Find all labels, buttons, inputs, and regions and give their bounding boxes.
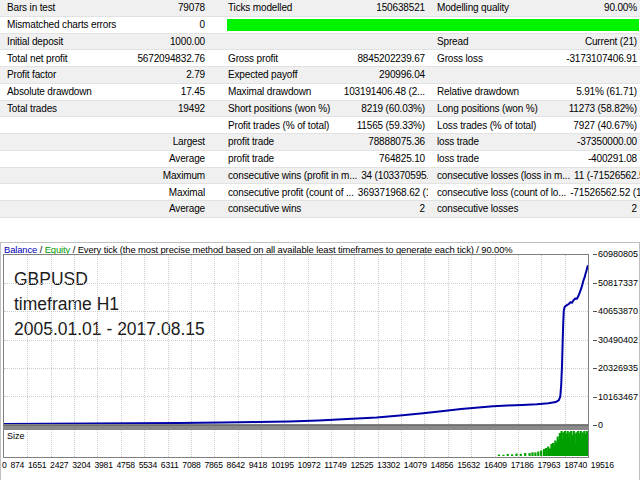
stat-label: Total trades <box>7 103 57 114</box>
plot-area: GBPUSD timeframe H1 2005.01.01 - 2017.08… <box>3 254 589 425</box>
x-axis-label: 8642 <box>227 460 245 470</box>
stat-label: Short positions (won %) <box>228 103 330 114</box>
y-axis-label: 60980805 <box>593 249 638 259</box>
stat-label: Expected payoff <box>228 69 297 80</box>
stat-value: 34 (103370595.30) <box>357 170 428 181</box>
stat-label: Spread <box>437 36 468 47</box>
table-cell: Maximal <box>0 187 210 198</box>
x-axis-label: 10972 <box>298 460 321 470</box>
table-cell: Bars in test79078 <box>0 2 210 13</box>
stat-value: 79078 <box>174 2 205 13</box>
report-table: Bars in test79078Ticks modelled150638521… <box>0 0 640 218</box>
stat-label: Total net profit <box>7 53 67 64</box>
stat-value: 17.45 <box>177 86 205 97</box>
size-histogram <box>4 430 588 456</box>
table-cell: Maximum <box>0 170 210 181</box>
table-cell: Absolute drawdown17.45 <box>0 86 210 97</box>
table-cell: Short positions (won %)8219 (60.03%) <box>210 103 428 114</box>
stat-value: 2 <box>416 203 425 214</box>
stat-value: 2 <box>628 203 637 214</box>
stat-value: 764825.10 <box>375 153 425 164</box>
y-axis-label: 30490402 <box>593 335 638 345</box>
stat-value: 0 <box>196 19 205 30</box>
x-axis-label: 12525 <box>350 460 373 470</box>
x-axis-label: 14856 <box>431 460 454 470</box>
x-axis-label: 5534 <box>139 460 157 470</box>
x-axis-label: 1651 <box>28 460 46 470</box>
table-cell: Average <box>0 153 210 164</box>
stat-value: -400291.08 <box>584 153 637 164</box>
table-cell: Average <box>0 203 210 214</box>
stat-label: Gross loss <box>437 53 483 64</box>
x-axis-label: 15632 <box>457 460 480 470</box>
balance-legend: Balance <box>4 244 37 254</box>
stat-label: Initial deposit <box>7 36 63 47</box>
stat-value: Largest <box>169 136 205 147</box>
stat-label: Long positions (won %) <box>437 103 538 114</box>
table-cell: Largest <box>0 136 210 147</box>
stat-value: -37350000.00 <box>573 136 637 147</box>
table-row: Averageconsecutive wins2consecutive loss… <box>0 201 640 218</box>
stat-label: consecutive profit (count of ... <box>228 187 354 198</box>
stat-value: 19492 <box>174 103 205 114</box>
stat-label: Bars in test <box>7 2 55 13</box>
y-axis-label: 10163467 <box>593 392 638 402</box>
stat-label: consecutive losses <box>437 203 518 214</box>
x-axis-label: 3981 <box>94 460 112 470</box>
x-axis-label: 19516 <box>591 460 614 470</box>
chart-panel: Balance / Equity / Every tick (the most … <box>0 242 640 480</box>
stat-label: consecutive loss (count of lo... <box>437 187 566 198</box>
table-row: Total trades19492Short positions (won %)… <box>0 101 640 118</box>
table-cell: Modelling quality90.00% <box>428 2 640 13</box>
x-axis-label: 874 <box>10 460 24 470</box>
size-panel: Size <box>3 430 589 458</box>
stat-value: Average <box>165 153 205 164</box>
table-row: Bars in test79078Ticks modelled150638521… <box>0 0 640 17</box>
stat-value: 2.79 <box>182 69 205 80</box>
stat-value: 11565 (59.33%) <box>353 120 425 131</box>
x-axis-label: 3204 <box>72 460 90 470</box>
table-cell: consecutive wins (profit in m...34 (1033… <box>210 170 428 181</box>
table-row: Initial deposit1000.00SpreadCurrent (21) <box>0 34 640 51</box>
stat-value: Average <box>165 203 205 214</box>
table-cell: profit trade78888075.36 <box>210 136 428 147</box>
stat-value: 7927 (40.67%) <box>569 120 637 131</box>
table-cell: Relative drawdown5.91% (61.71) <box>428 86 640 97</box>
x-axis: 0874165124273204398147585534631170887865… <box>2 460 614 472</box>
stat-label: Profit factor <box>7 69 56 80</box>
table-cell: Maximal drawdown103191406.48 (2... <box>210 86 428 97</box>
table-row: Profit trades (% of total)11565 (59.33%)… <box>0 117 640 134</box>
table-cell: Gross loss-3173107406.91 <box>428 53 640 64</box>
stat-value: 5.91% (61.71) <box>572 86 637 97</box>
x-axis-label: 18740 <box>564 460 587 470</box>
stat-value: 90.00% <box>600 2 637 13</box>
stat-value: 8845202239.67 <box>353 53 425 64</box>
y-axis-label: 0 <box>593 420 603 430</box>
stat-value: 11 (-71526562.52) <box>570 170 640 181</box>
stat-label: Gross profit <box>228 53 278 64</box>
stat-label: profit trade <box>228 136 274 147</box>
stat-value: 150638521 <box>372 2 425 13</box>
x-axis-label: 11749 <box>324 460 346 470</box>
table-cell: Profit factor2.79 <box>0 69 210 80</box>
y-axis-label: 40653870 <box>593 306 638 316</box>
x-axis-label: 17186 <box>511 460 534 470</box>
x-axis-label: 6311 <box>161 460 179 470</box>
table-row: Absolute drawdown17.45Maximal drawdown10… <box>0 84 640 101</box>
x-axis-label: 17963 <box>537 460 560 470</box>
table-cell: consecutive losses2 <box>428 203 640 214</box>
table-cell: Total net profit5672094832.76 <box>0 53 210 64</box>
table-cell: SpreadCurrent (21) <box>428 36 640 47</box>
stat-label: Maximal drawdown <box>228 86 311 97</box>
size-label: Size <box>7 431 25 441</box>
y-axis-label: 20326935 <box>593 363 638 373</box>
table-row: Profit factor2.79Expected payoff290996.0… <box>0 67 640 84</box>
table-cell: Profit trades (% of total)11565 (59.33%) <box>210 120 428 131</box>
table-cell: Mismatched charts errors0 <box>0 19 210 30</box>
table-cell: profit trade764825.10 <box>210 153 428 164</box>
stat-value: 1000.00 <box>166 36 205 47</box>
table-row: Averageprofit trade764825.10loss trade-4… <box>0 151 640 168</box>
chart-header: Balance / Equity / Every tick (the most … <box>4 244 513 254</box>
stat-value: 290996.04 <box>375 69 425 80</box>
stat-label: consecutive wins (profit in m... <box>228 170 357 181</box>
